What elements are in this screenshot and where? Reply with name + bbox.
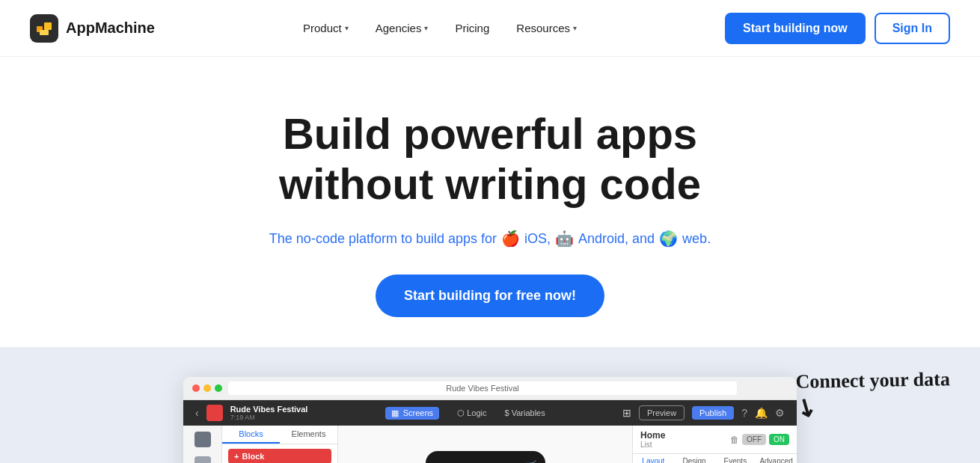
preview-app-name: Rude Vibes Festival <box>230 405 308 414</box>
editor-sidebar <box>183 426 222 463</box>
dot-minimize <box>203 384 211 392</box>
tab-elements[interactable]: Elements <box>280 426 337 444</box>
publish-button[interactable]: Publish <box>692 406 734 420</box>
panel-header: Home List 🗑 OFF ON <box>633 426 797 454</box>
blocks-panel: Blocks Elements + Block App Theme Home <box>222 426 338 463</box>
logo-link[interactable]: AppMachine <box>30 14 155 43</box>
editor-nav-left: ‹ Rude Vibes Festival 7:19 AM <box>195 405 307 421</box>
nav-resources[interactable]: Resources ▾ <box>506 16 587 40</box>
preview-button[interactable]: Preview <box>639 405 685 420</box>
subtitle-ios: iOS, <box>524 231 551 247</box>
help-icon[interactable]: ? <box>741 407 747 419</box>
editor-body: Blocks Elements + Block App Theme Home <box>183 426 797 463</box>
block-label: Block <box>242 452 264 461</box>
add-block-button[interactable]: + Block <box>228 449 331 463</box>
notification-icon[interactable]: 🔔 <box>755 407 768 419</box>
sign-in-button[interactable]: Sign In <box>875 13 950 44</box>
editor-nav-center: ▦ Screens ⬡ Logic $ Variables <box>385 407 545 420</box>
dot-close <box>192 384 200 392</box>
appmachine-logo-svg <box>35 19 53 37</box>
nav-agencies[interactable]: Agencies ▾ <box>365 16 439 40</box>
hero-title: Build powerful apps without writing code <box>15 109 965 209</box>
editor-navbar: ‹ Rude Vibes Festival 7:19 AM ▦ Screens … <box>183 400 797 426</box>
handwritten-right-text: Connect your data ↙ <box>795 369 950 423</box>
sidebar-cursor-icon[interactable] <box>195 432 211 447</box>
screens-icon: ▦ <box>391 408 399 417</box>
dot-maximize <box>215 384 222 392</box>
logic-badge[interactable]: ⬡ Logic <box>451 407 492 420</box>
android-emoji: 🤖 <box>555 230 574 248</box>
tab-layout[interactable]: Layout <box>633 454 674 463</box>
panel-tabs: Blocks Elements <box>222 426 337 444</box>
window-dots <box>192 384 222 392</box>
agencies-label: Agencies <box>376 22 422 34</box>
toggle-off-label[interactable]: OFF <box>742 434 766 445</box>
sidebar-pen-icon[interactable] <box>195 456 211 463</box>
editor-nav-right: ⊞ Preview Publish ? 🔔 ⚙ <box>622 405 785 420</box>
subtitle-web: web. <box>682 231 711 247</box>
panel-item-type: List <box>640 441 665 449</box>
url-bar[interactable]: Rude Vibes Festival <box>228 381 737 395</box>
hero-subtitle: The no-code platform to build apps for 🍎… <box>15 230 965 248</box>
tab-design[interactable]: Design <box>674 454 715 463</box>
product-label: Product <box>303 22 342 34</box>
pricing-label: Pricing <box>455 22 489 34</box>
svg-rect-2 <box>40 30 49 35</box>
preview-time: 7:19 AM <box>230 414 308 421</box>
app-icon-preview <box>206 405 223 421</box>
properties-tabs: Layout Design Events Advanced <box>633 454 797 463</box>
vars-badge[interactable]: $ Variables <box>504 408 545 417</box>
hero-section: Build powerful apps without writing code… <box>0 57 980 347</box>
nav-product[interactable]: Product ▾ <box>293 16 359 40</box>
properties-panel: Home List 🗑 OFF ON Layout Design Events <box>632 426 797 463</box>
resources-label: Resources <box>516 22 570 34</box>
logic-icon: ⬡ <box>457 408 465 417</box>
nav-links: Product ▾ Agencies ▾ Pricing Resources ▾ <box>293 16 587 40</box>
phone-mockup: Rude Vibes Festival 🛒 🔍 Search the Festi… <box>426 451 545 463</box>
toggle-on-label[interactable]: ON <box>769 434 789 445</box>
tab-blocks[interactable]: Blocks <box>222 426 280 444</box>
product-chevron-icon: ▾ <box>345 24 349 32</box>
phone-topbar: Rude Vibes Festival 🛒 <box>435 460 536 463</box>
back-icon[interactable]: ‹ <box>195 407 199 419</box>
grid-icon[interactable]: ⊞ <box>622 407 631 419</box>
app-name-url: Rude Vibes Festival <box>446 384 519 393</box>
agencies-chevron-icon: ▾ <box>424 24 428 32</box>
bottom-section: Stack blocks to build your app! Connect … <box>0 347 980 463</box>
panel-item-name: Home <box>640 430 665 441</box>
web-emoji: 🌍 <box>659 230 678 248</box>
app-preview: Rude Vibes Festival ‹ Rude Vibes Festiva… <box>183 377 797 463</box>
screens-badge[interactable]: ▦ Screens <box>385 407 439 420</box>
start-building-button[interactable]: Start building now <box>725 13 866 44</box>
handwritten-left-text: Stack blocks to build your app! <box>22 459 153 463</box>
settings-icon[interactable]: ⚙ <box>775 407 785 419</box>
nav-actions: Start building now Sign In <box>725 13 950 44</box>
delete-icon[interactable]: 🗑 <box>730 435 739 445</box>
ios-emoji: 🍎 <box>501 230 520 248</box>
tab-advanced[interactable]: Advanced <box>756 454 797 463</box>
hero-title-line1: Build powerful apps <box>283 109 697 158</box>
plus-icon: + <box>234 452 239 461</box>
svg-rect-1 <box>44 22 52 30</box>
navbar: AppMachine Product ▾ Agencies ▾ Pricing … <box>0 0 980 57</box>
dollar-icon: $ <box>504 408 509 417</box>
preview-center: ⊞ Fit ▾ ⊞ ☐ Rude Vibes Festival 🛒 🔍 Sear… <box>338 426 632 463</box>
nav-pricing[interactable]: Pricing <box>444 16 500 40</box>
preview-window: Rude Vibes Festival ‹ Rude Vibes Festiva… <box>183 377 797 463</box>
phone-cart-icon: 🛒 <box>524 460 536 463</box>
subtitle-text-before: The no-code platform to build apps for <box>269 231 497 247</box>
hero-title-line2: without writing code <box>279 159 701 208</box>
toggle-container: 🗑 OFF ON <box>730 434 789 445</box>
cta-button[interactable]: Start building for free now! <box>376 275 604 317</box>
logo-icon <box>30 14 58 43</box>
resources-chevron-icon: ▾ <box>573 24 577 32</box>
logo-text: AppMachine <box>66 19 155 37</box>
preview-topbar: Rude Vibes Festival <box>183 377 797 400</box>
subtitle-android: Android, and <box>578 231 655 247</box>
tab-events[interactable]: Events <box>715 454 756 463</box>
